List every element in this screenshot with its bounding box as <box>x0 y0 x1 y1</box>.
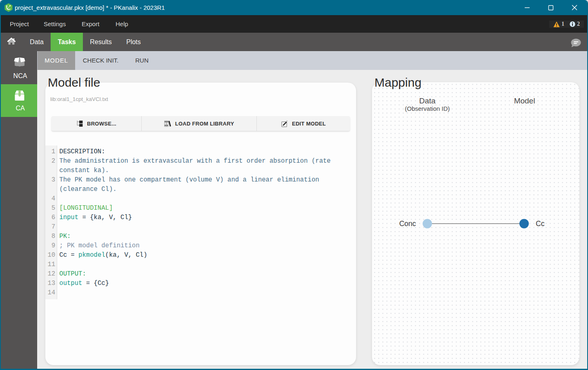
svg-text:Cc: Cc <box>536 220 545 228</box>
svg-text:Conc: Conc <box>399 220 416 228</box>
